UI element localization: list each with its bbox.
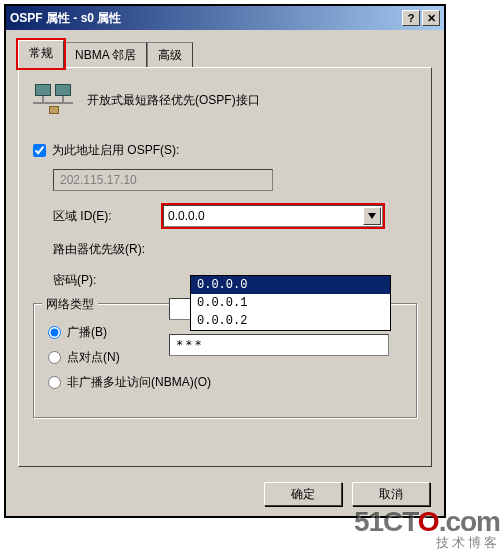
- radio-broadcast-label: 广播(B): [67, 324, 107, 341]
- enable-ospf-row: 为此地址启用 OSPF(S):: [33, 142, 417, 159]
- title-bar: OSPF 属性 - s0 属性 ? ✕: [6, 6, 444, 30]
- dropdown-arrow-icon[interactable]: [363, 207, 381, 225]
- dropdown-option[interactable]: 0.0.0.2: [191, 312, 390, 330]
- radio-ptp[interactable]: [48, 351, 61, 364]
- tab-nbma[interactable]: NBMA 邻居: [64, 42, 147, 68]
- password-input[interactable]: [169, 334, 389, 356]
- dialog-window: OSPF 属性 - s0 属性 ? ✕ 常规 NBMA 邻居 高级 开放式最短路…: [4, 4, 446, 518]
- area-label: 区域 ID(E):: [53, 208, 163, 225]
- dropdown-option[interactable]: 0.0.0.0: [191, 276, 390, 294]
- radio-broadcast[interactable]: [48, 326, 61, 339]
- dropdown-option[interactable]: 0.0.0.1: [191, 294, 390, 312]
- network-type-legend: 网络类型: [42, 296, 98, 313]
- ip-row: 202.115.17.10: [33, 169, 417, 191]
- help-button[interactable]: ?: [402, 10, 420, 26]
- window-title: OSPF 属性 - s0 属性: [10, 10, 400, 27]
- header-row: 开放式最短路径优先(OSPF)接口: [33, 84, 417, 116]
- dialog-buttons: 确定 取消: [264, 482, 430, 506]
- area-row: 区域 ID(E): 0.0.0.0: [33, 205, 417, 227]
- ok-button[interactable]: 确定: [264, 482, 342, 506]
- dialog-content: 常规 NBMA 邻居 高级 开放式最短路径优先(OSPF)接口 为此地址启用 O…: [6, 30, 444, 477]
- ip-address-field: 202.115.17.10: [53, 169, 273, 191]
- ospf-interface-icon: [33, 84, 73, 116]
- priority-row: 路由器优先级(R):: [33, 241, 417, 258]
- close-button[interactable]: ✕: [422, 10, 440, 26]
- radio-nbma-label: 非广播多址访问(NBMA)(O): [67, 374, 211, 391]
- area-id-combobox[interactable]: 0.0.0.0: [163, 205, 383, 227]
- priority-label: 路由器优先级(R):: [53, 241, 163, 258]
- cancel-button[interactable]: 取消: [352, 482, 430, 506]
- radio-nbma[interactable]: [48, 376, 61, 389]
- enable-ospf-checkbox[interactable]: [33, 144, 46, 157]
- tab-strip: 常规 NBMA 邻居 高级: [18, 40, 432, 68]
- tab-general[interactable]: 常规: [18, 40, 64, 68]
- tab-advanced[interactable]: 高级: [147, 42, 193, 68]
- area-id-dropdown-list[interactable]: 0.0.0.0 0.0.0.1 0.0.0.2: [190, 275, 391, 331]
- area-id-value: 0.0.0.0: [168, 209, 205, 223]
- close-icon: ✕: [427, 13, 436, 24]
- enable-ospf-label: 为此地址启用 OSPF(S):: [52, 142, 179, 159]
- header-text: 开放式最短路径优先(OSPF)接口: [87, 92, 260, 109]
- tab-panel-general: 开放式最短路径优先(OSPF)接口 为此地址启用 OSPF(S): 202.11…: [18, 67, 432, 467]
- radio-ptp-label: 点对点(N): [67, 349, 120, 366]
- password-label: 密码(P):: [53, 272, 163, 289]
